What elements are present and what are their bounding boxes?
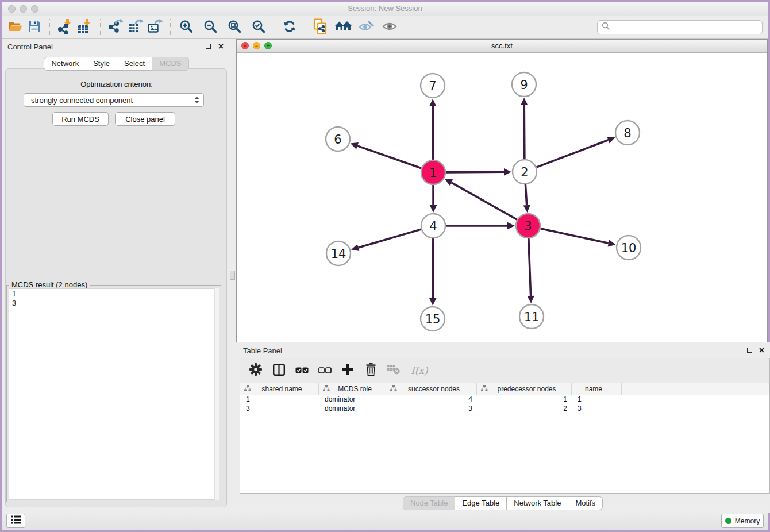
control-panel-close-icon[interactable]: × xyxy=(218,43,224,50)
import-table-icon xyxy=(78,19,93,36)
svg-text:11: 11 xyxy=(524,310,540,324)
control-tabs: NetworkStyleSelectMCDS xyxy=(2,57,232,71)
deselect-all-button[interactable] xyxy=(317,363,332,378)
floppy-disk-icon xyxy=(28,20,41,35)
tab-edge-table[interactable]: Edge Table xyxy=(455,496,507,510)
zoom-selected-button[interactable] xyxy=(249,18,268,37)
search-icon xyxy=(602,22,610,33)
neighbors-button[interactable] xyxy=(334,18,353,37)
graph-edge-3-1[interactable] xyxy=(451,183,517,220)
function-builder-button[interactable]: f(x) xyxy=(409,363,430,378)
svg-text:3: 3 xyxy=(524,219,532,233)
memory-button[interactable]: Memory xyxy=(721,514,764,528)
graph-edge-2-9[interactable] xyxy=(524,105,525,159)
table-cell[interactable]: dominator xyxy=(319,404,386,413)
graph-node-4[interactable]: 4 xyxy=(421,214,445,238)
table-cell[interactable]: dominator xyxy=(319,395,386,404)
graph-node-14[interactable]: 14 xyxy=(326,241,351,265)
tab-motifs[interactable]: Motifs xyxy=(568,496,603,510)
delete-table-button[interactable] xyxy=(386,363,401,378)
search-input[interactable] xyxy=(597,20,763,34)
graph-node-3[interactable]: 3 xyxy=(516,214,540,238)
network-canvas[interactable]: 7968124314101511 xyxy=(237,52,767,342)
control-panel-float-icon[interactable] xyxy=(206,44,211,49)
graph-node-8[interactable]: 8 xyxy=(615,121,640,145)
column-header-MCDS-role[interactable]: MCDS role xyxy=(319,383,386,395)
table-panel-float-icon[interactable] xyxy=(747,348,752,353)
graph-node-6[interactable]: 6 xyxy=(326,127,350,151)
column-header-shared-name[interactable]: shared name xyxy=(240,383,319,395)
import-network-button[interactable] xyxy=(56,18,75,37)
criterion-value: strongly connected component xyxy=(31,96,133,105)
graph-edge-3-11[interactable] xyxy=(529,238,531,296)
vertical-splitter-handle[interactable] xyxy=(230,271,235,280)
graph-node-10[interactable]: 10 xyxy=(617,236,641,260)
graph-node-15[interactable]: 15 xyxy=(421,307,445,331)
table-tabs: Node TableEdge TableNetwork TableMotifs xyxy=(234,496,770,510)
graph-node-1[interactable]: 1 xyxy=(421,160,445,184)
export-image-button[interactable] xyxy=(145,18,165,37)
column-header-label: successor nodes xyxy=(397,385,476,393)
graph-edge-3-10[interactable] xyxy=(540,229,608,244)
tab-node-table[interactable]: Node Table xyxy=(403,496,456,510)
tab-mcds[interactable]: MCDS xyxy=(152,57,188,71)
graph-edge-2-3[interactable] xyxy=(525,184,526,205)
table-cell[interactable]: 3 xyxy=(572,404,622,413)
table-panel-close-icon[interactable]: × xyxy=(759,347,764,354)
table-body: 1dominator4113dominator323 xyxy=(240,395,769,493)
graph-edge-4-15[interactable] xyxy=(433,238,433,298)
save-session-button[interactable] xyxy=(25,18,44,37)
tab-select[interactable]: Select xyxy=(117,57,152,71)
column-header-name[interactable]: name xyxy=(572,383,622,395)
table-settings-button[interactable] xyxy=(248,363,263,378)
table-cell[interactable]: 3 xyxy=(386,404,477,413)
tab-style[interactable]: Style xyxy=(86,57,117,71)
export-network-button[interactable] xyxy=(106,18,126,37)
table-cell[interactable]: 3 xyxy=(240,404,319,413)
zoom-in-button[interactable] xyxy=(176,18,196,37)
table-row[interactable]: 1dominator411 xyxy=(240,395,769,404)
graph-edge-2-8[interactable] xyxy=(537,140,609,167)
table-cell[interactable]: 1 xyxy=(240,395,319,404)
table-toolbar: f(x) xyxy=(240,358,769,383)
table-cell[interactable]: 4 xyxy=(386,395,477,404)
result-scrollbar[interactable] xyxy=(214,288,219,500)
table-cell[interactable]: 1 xyxy=(572,395,622,404)
run-mcds-button[interactable]: Run MCDS xyxy=(52,112,109,126)
clone-network-button[interactable] xyxy=(311,18,330,37)
export-table-button[interactable] xyxy=(126,18,145,37)
show-annotations-button[interactable] xyxy=(380,18,399,37)
table-row[interactable]: 3dominator323 xyxy=(240,404,769,413)
graph-node-7[interactable]: 7 xyxy=(421,74,445,98)
column-header-successor-nodes[interactable]: successor nodes xyxy=(386,383,477,395)
graph-node-9[interactable]: 9 xyxy=(512,72,536,97)
table-columns-button[interactable] xyxy=(271,363,286,378)
delete-column-button[interactable] xyxy=(363,363,378,378)
close-panel-button[interactable]: Close panel xyxy=(115,112,175,126)
mcds-result-text[interactable]: 1 3 xyxy=(9,288,219,500)
refresh-button[interactable] xyxy=(280,18,299,37)
tab-network-table[interactable]: Network Table xyxy=(506,496,568,510)
tab-network[interactable]: Network xyxy=(44,57,86,71)
graph-edge-1-6[interactable] xyxy=(357,146,421,168)
select-all-button[interactable] xyxy=(294,363,309,378)
open-session-button[interactable] xyxy=(5,18,25,37)
criterion-dropdown[interactable]: strongly connected component xyxy=(24,93,204,107)
graph-edge-1-7[interactable] xyxy=(433,106,433,160)
zoom-fit-button[interactable] xyxy=(225,18,244,37)
graph-node-11[interactable]: 11 xyxy=(519,304,544,329)
graph-edge-4-14[interactable] xyxy=(359,229,421,248)
add-column-button[interactable] xyxy=(340,363,355,378)
status-bar: Memory xyxy=(2,511,768,530)
dropdown-stepper-icon xyxy=(194,97,199,103)
graph-node-2[interactable]: 2 xyxy=(513,160,537,184)
table-cell[interactable]: 2 xyxy=(477,404,572,413)
zoom-out-button[interactable] xyxy=(201,18,220,37)
graph-edge-1-2[interactable] xyxy=(446,172,504,172)
task-history-button[interactable] xyxy=(6,514,25,528)
main-toolbar xyxy=(2,16,768,39)
column-header-predecessor-nodes[interactable]: predecessor nodes xyxy=(477,383,572,395)
import-table-button[interactable] xyxy=(75,18,95,37)
table-cell[interactable]: 1 xyxy=(477,395,572,404)
hide-annotations-button[interactable] xyxy=(357,18,376,37)
